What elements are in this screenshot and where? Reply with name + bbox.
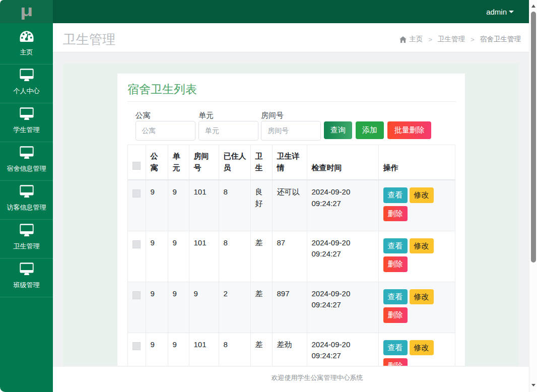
- delete-button[interactable]: 删除: [383, 307, 408, 323]
- sidebar-item-2[interactable]: 个人中心: [0, 64, 53, 103]
- desktop-icon: [0, 185, 53, 198]
- scroll-down-arrow-icon[interactable]: [531, 384, 535, 386]
- edit-button[interactable]: 修改: [410, 289, 434, 305]
- desktop-icon: [0, 69, 53, 82]
- desktop-icon: [0, 224, 53, 237]
- dashboard-icon: [0, 30, 53, 43]
- card-title: 宿舍卫生列表: [127, 74, 456, 97]
- sidebar-item-label: 宿舍信息管理: [0, 165, 53, 173]
- table-row: 991018差差劲2024-09-20 09:24:27查看修改删除: [128, 333, 455, 366]
- table-cell: 良好: [251, 180, 273, 231]
- table-cell: 2024-09-20 09:24:27: [307, 231, 379, 282]
- sidebar-item-7[interactable]: 班级管理: [0, 258, 53, 297]
- filter-label-apartment: 公寓: [136, 110, 151, 121]
- view-button[interactable]: 查看: [383, 238, 408, 254]
- col-header: 操作: [379, 145, 455, 180]
- action-row-2: 删除: [383, 206, 451, 222]
- app-logo[interactable]: μ: [0, 0, 53, 23]
- scroll-up-arrow-icon[interactable]: [531, 5, 535, 8]
- user-dropdown[interactable]: admin: [486, 0, 514, 23]
- vertical-scrollbar[interactable]: [529, 0, 537, 392]
- actions-cell: 查看修改删除: [379, 180, 455, 231]
- breadcrumb-separator: >: [428, 36, 432, 43]
- add-button[interactable]: 添加: [356, 121, 384, 139]
- checkbox-cell: [128, 231, 146, 282]
- sidebar-item-label: 卫生管理: [0, 242, 53, 250]
- hygiene-table: 公寓 单元 房间号 已住人员 卫生 卫生详情 检查时间 操作 991018良好还…: [127, 145, 455, 366]
- row-checkbox[interactable]: [132, 189, 141, 198]
- sidebar-item-4[interactable]: 宿舍信息管理: [0, 142, 53, 181]
- actions-cell: 查看修改删除: [379, 333, 455, 366]
- scrollbar-thumb[interactable]: [531, 12, 536, 263]
- sidebar-item-label: 班级管理: [0, 281, 53, 289]
- unit-input[interactable]: [198, 121, 258, 141]
- view-button[interactable]: 查看: [383, 340, 408, 356]
- table-cell: 9: [168, 180, 189, 231]
- table-cell: 2024-09-20 09:24:27: [307, 282, 379, 333]
- sidebar-item-5[interactable]: 访客信息管理: [0, 181, 53, 220]
- view-button[interactable]: 查看: [383, 289, 408, 305]
- desktop-icon: [0, 107, 53, 120]
- table-cell: 9: [146, 180, 168, 231]
- table-cell: 差劲: [273, 333, 307, 366]
- desktop-icon: [0, 263, 53, 276]
- edit-button[interactable]: 修改: [410, 238, 434, 254]
- table-cell: 差: [251, 231, 273, 282]
- footer-text: 欢迎使用学生公寓管理中心系统: [272, 373, 363, 383]
- table-cell: 8: [219, 231, 251, 282]
- sidebar-item-3[interactable]: 学生管理: [0, 103, 53, 142]
- col-header: 房间号: [189, 145, 219, 180]
- search-button[interactable]: 查询: [324, 121, 352, 139]
- col-header: 单元: [168, 145, 189, 180]
- sidebar: 主页个人中心学生管理宿舍信息管理访客信息管理卫生管理班级管理: [0, 23, 53, 392]
- table-cell: 9: [189, 282, 219, 333]
- filter-form: 公寓 单元 房间号 查询 添加 批量删除: [127, 102, 456, 145]
- filter-label-unit: 单元: [198, 110, 214, 121]
- breadcrumb-home[interactable]: 主页: [409, 35, 423, 44]
- delete-button[interactable]: 删除: [383, 256, 408, 272]
- delete-button[interactable]: 删除: [383, 206, 408, 222]
- action-row-2: 删除: [383, 256, 451, 272]
- col-header: 已住人员: [219, 145, 251, 180]
- apartment-input[interactable]: [136, 121, 195, 141]
- action-row-2: 删除: [383, 358, 451, 366]
- checkbox-cell: [128, 180, 146, 231]
- room-input[interactable]: [261, 121, 321, 141]
- top-navbar: admin: [53, 0, 529, 23]
- table-cell: 897: [273, 282, 307, 333]
- edit-button[interactable]: 修改: [410, 187, 434, 203]
- select-all-checkbox[interactable]: [132, 162, 141, 170]
- table-cell: 9: [168, 231, 189, 282]
- table-cell: 9: [146, 282, 168, 333]
- action-row-2: 删除: [383, 307, 451, 323]
- sidebar-item-label: 主页: [0, 48, 53, 56]
- batch-delete-button[interactable]: 批量删除: [387, 121, 431, 139]
- table-cell: 差: [251, 282, 273, 333]
- col-header: 检查时间: [307, 145, 379, 180]
- page-title: 卫生管理: [63, 32, 115, 47]
- table-cell: 8: [219, 333, 251, 366]
- breadcrumb-section[interactable]: 卫生管理: [438, 35, 465, 44]
- table-cell: 9: [168, 333, 189, 366]
- table-cell: 8: [219, 180, 251, 231]
- table-cell: 87: [273, 231, 307, 282]
- col-header: 卫生: [251, 145, 273, 180]
- main-area: 卫生管理 主页 > 卫生管理 > 宿舍卫生管理 宿舍卫生列表 公寓 单元 房间号: [53, 23, 529, 392]
- table-row: 991018差872024-09-20 09:24:27查看修改删除: [128, 231, 455, 282]
- edit-button[interactable]: 修改: [410, 340, 434, 356]
- home-icon: [399, 36, 407, 43]
- breadcrumb-separator: >: [471, 36, 475, 43]
- delete-button[interactable]: 删除: [383, 358, 408, 366]
- row-checkbox[interactable]: [132, 240, 141, 248]
- table-cell: 2: [219, 282, 251, 333]
- col-header: 公寓: [146, 145, 168, 180]
- row-checkbox[interactable]: [132, 342, 141, 350]
- sidebar-item-6[interactable]: 卫生管理: [0, 220, 53, 258]
- row-checkbox[interactable]: [132, 291, 141, 299]
- table-cell: 9: [146, 231, 168, 282]
- view-button[interactable]: 查看: [383, 187, 408, 203]
- sidebar-item-1[interactable]: 主页: [0, 26, 53, 64]
- desktop-icon: [0, 146, 53, 159]
- sidebar-item-label: 学生管理: [0, 126, 53, 134]
- list-card: 宿舍卫生列表 公寓 单元 房间号 查询 添加 批量删除: [117, 74, 465, 366]
